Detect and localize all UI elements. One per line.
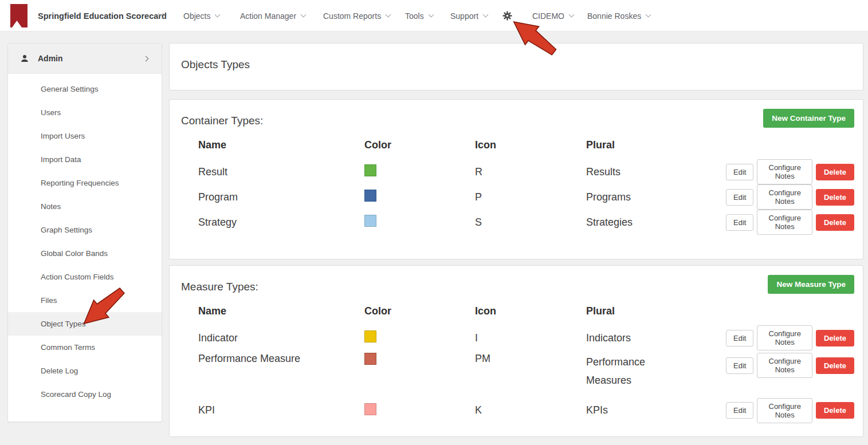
nav-action-manager[interactable]: Action Manager xyxy=(240,0,305,31)
sidebar-item-label: Global Color Bands xyxy=(41,249,108,258)
chevron-down-icon xyxy=(569,12,575,18)
edit-button[interactable]: Edit xyxy=(726,330,753,346)
configure-notes-button[interactable]: Configure Notes xyxy=(757,398,812,423)
sidebar-item-reporting-frequencies[interactable]: Reporting Frequencies xyxy=(8,171,162,195)
chevron-down-icon xyxy=(483,12,489,18)
bookmark-mountain-logo-icon xyxy=(10,4,28,27)
container-types-table: Name Color Icon Plural Result R Results … xyxy=(198,139,854,235)
table-row-strategy: Strategy S Strategies Edit Configure Not… xyxy=(198,210,854,235)
sidebar-item-label: Users xyxy=(41,108,61,117)
person-icon xyxy=(19,53,30,64)
column-header-plural: Plural xyxy=(586,305,726,317)
sidebar-item-label: Object Types xyxy=(41,320,86,328)
new-container-type-button[interactable]: New Container Type xyxy=(763,109,854,128)
delete-button[interactable]: Delete xyxy=(816,330,854,346)
container-types-panel: Container Types: New Container Type Name… xyxy=(169,99,863,259)
table-row-indicator: Indicator I Indicators Edit Configure No… xyxy=(198,325,854,351)
edit-button[interactable]: Edit xyxy=(726,402,753,419)
color-swatch xyxy=(364,330,376,342)
sidebar-item-scorecard-copy-log[interactable]: Scorecard Copy Log xyxy=(8,383,162,406)
configure-notes-button[interactable]: Configure Notes xyxy=(757,184,812,210)
type-icon-letter: S xyxy=(475,216,586,229)
sidebar-item-notes[interactable]: Notes xyxy=(8,195,162,218)
color-swatch xyxy=(364,403,376,415)
nav-scorecard-switcher[interactable]: CIDEMO xyxy=(532,0,574,31)
nav-objects-label: Objects xyxy=(183,11,210,21)
type-icon-letter: R xyxy=(475,166,586,178)
type-plural: Programs xyxy=(586,191,726,203)
user-name-label: Bonnie Roskes xyxy=(587,11,641,21)
type-icon-letter: I xyxy=(475,332,586,344)
measure-types-table: Name Color Icon Plural Indicator I Indic… xyxy=(198,305,854,423)
nav-custom-reports[interactable]: Custom Reports xyxy=(323,0,390,31)
sidebar-item-import-users[interactable]: Import Users xyxy=(8,124,162,148)
nav-custom-reports-label: Custom Reports xyxy=(323,11,381,21)
delete-button[interactable]: Delete xyxy=(816,189,854,206)
scorecard-title[interactable]: Springfield Education Scorecard xyxy=(38,0,167,31)
gear-icon xyxy=(502,11,512,21)
sidebar-item-label: Common Terms xyxy=(41,343,95,352)
nav-support-label: Support xyxy=(450,11,478,21)
sidebar-item-files[interactable]: Files xyxy=(8,289,162,312)
chevron-down-icon xyxy=(301,12,307,18)
chevron-down-icon xyxy=(428,12,434,18)
configure-notes-button[interactable]: Configure Notes xyxy=(757,353,812,378)
type-icon-letter: P xyxy=(475,191,586,203)
admin-sidebar: Admin General Settings Users Import User… xyxy=(7,43,162,422)
type-icon-letter: K xyxy=(475,404,586,416)
sidebar-item-object-types[interactable]: Object Types xyxy=(8,312,162,336)
configure-notes-button[interactable]: Configure Notes xyxy=(757,159,812,184)
edit-button[interactable]: Edit xyxy=(726,214,753,231)
configure-notes-button[interactable]: Configure Notes xyxy=(757,325,812,351)
delete-button[interactable]: Delete xyxy=(816,357,854,374)
table-row-performance-measure: Performance Measure PM Performance Measu… xyxy=(198,351,854,390)
top-navbar: Springfield Education Scorecard Objects … xyxy=(0,0,868,31)
sidebar-item-label: Notes xyxy=(41,202,61,211)
chevron-right-icon xyxy=(143,56,149,61)
measure-types-title: Measure Types: xyxy=(181,281,258,293)
app-logo[interactable] xyxy=(10,0,28,31)
measure-types-panel: Measure Types: New Measure Type Name Col… xyxy=(169,265,863,437)
color-swatch xyxy=(364,353,376,365)
configure-notes-button[interactable]: Configure Notes xyxy=(757,210,812,235)
sidebar-item-label: Scorecard Copy Log xyxy=(41,390,111,399)
nav-action-manager-label: Action Manager xyxy=(240,11,296,21)
sidebar-item-delete-log[interactable]: Delete Log xyxy=(8,359,162,383)
nav-support[interactable]: Support xyxy=(450,0,488,31)
table-row-program: Program P Programs Edit Configure Notes … xyxy=(198,184,854,210)
settings-gear-button[interactable] xyxy=(502,0,512,31)
sidebar-item-label: Reporting Frequencies xyxy=(41,179,119,187)
type-name: Indicator xyxy=(198,332,364,344)
delete-button[interactable]: Delete xyxy=(816,402,854,419)
type-name: Result xyxy=(198,166,364,178)
sidebar-list: General Settings Users Import Users Impo… xyxy=(8,74,162,406)
sidebar-item-global-color-bands[interactable]: Global Color Bands xyxy=(8,242,162,265)
nav-tools[interactable]: Tools xyxy=(405,0,433,31)
delete-button[interactable]: Delete xyxy=(816,214,854,231)
page: Springfield Education Scorecard Objects … xyxy=(0,0,868,445)
type-plural: Results xyxy=(586,166,726,178)
type-name: Program xyxy=(198,191,364,203)
type-plural: Strategies xyxy=(586,216,726,229)
edit-button[interactable]: Edit xyxy=(726,189,753,206)
sidebar-item-general-settings[interactable]: General Settings xyxy=(8,77,162,101)
sidebar-item-label: Import Users xyxy=(41,132,85,140)
sidebar-item-graph-settings[interactable]: Graph Settings xyxy=(8,218,162,242)
user-menu[interactable]: Bonnie Roskes xyxy=(587,0,650,31)
sidebar-header-admin[interactable]: Admin xyxy=(8,44,162,74)
sidebar-item-action-custom-fields[interactable]: Action Custom Fields xyxy=(8,265,162,289)
edit-button[interactable]: Edit xyxy=(726,357,753,374)
type-plural: Performance Measures xyxy=(586,353,672,390)
sidebar-item-import-data[interactable]: Import Data xyxy=(8,148,162,171)
scorecard-switcher-label: CIDEMO xyxy=(532,11,564,21)
edit-button[interactable]: Edit xyxy=(726,164,753,180)
nav-objects[interactable]: Objects xyxy=(183,0,219,31)
new-measure-type-button[interactable]: New Measure Type xyxy=(768,275,854,294)
sidebar-item-common-terms[interactable]: Common Terms xyxy=(8,336,162,359)
color-swatch xyxy=(364,215,376,227)
type-plural: KPIs xyxy=(586,404,726,416)
sidebar-item-label: Graph Settings xyxy=(41,226,92,234)
delete-button[interactable]: Delete xyxy=(816,164,854,180)
type-name: Performance Measure xyxy=(198,353,364,365)
sidebar-item-users[interactable]: Users xyxy=(8,101,162,124)
